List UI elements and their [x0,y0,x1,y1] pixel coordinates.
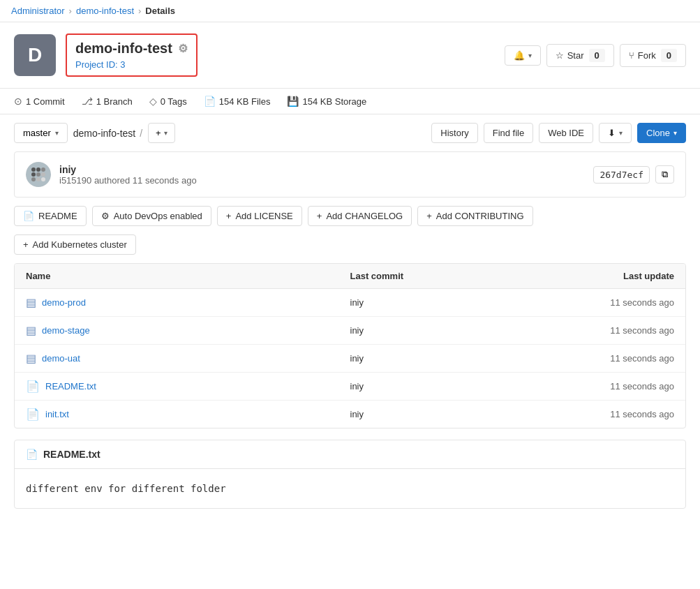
repo-path: demo-info-test [73,128,135,139]
notification-button[interactable]: 🔔 ▾ [505,45,541,66]
add-contributing-label: Add CONTRIBUTING [436,211,524,221]
download-button[interactable]: ⬇ ▾ [599,123,632,143]
commits-value: 1 Commit [26,96,65,107]
readme-content: different env for different folder [15,469,685,508]
stat-tags[interactable]: ◇ 0 Tags [149,96,187,107]
stats-bar: ⊙ 1 Commit ⎇ 1 Branch ◇ 0 Tags 📄 154 KB … [0,89,700,114]
breadcrumb-sep2: › [138,6,141,16]
files-value: 154 KB Files [219,96,271,107]
path-slash: / [140,128,142,139]
file-name-demo-prod[interactable]: ▤ demo-prod [26,296,350,309]
breadcrumb-current: Details [145,6,175,16]
branches-value: 1 Branch [96,96,133,107]
file-name-init[interactable]: 📄 init.txt [26,408,350,421]
table-row: 📄 init.txt iniy 11 seconds ago [15,401,685,428]
add-license-button[interactable]: + Add LICENSE [217,206,302,226]
svg-point-3 [31,172,36,177]
plus-icon: + [23,239,29,250]
commit-avatar [26,162,51,187]
fork-button[interactable]: ⑂ Fork 0 [620,44,686,67]
add-file-button[interactable]: + ▾ [148,123,175,143]
branch-name: master [23,128,51,138]
clone-button[interactable]: Clone ▾ [637,123,686,143]
folder-icon: ▤ [26,352,36,365]
file-commit-init: iniy [350,409,512,419]
star-count: 0 [589,49,605,62]
auto-devops-label: Auto DevOps enabled [114,211,202,221]
file-name-demo-stage[interactable]: ▤ demo-stage [26,324,350,337]
web-ide-button[interactable]: Web IDE [539,123,593,143]
tags-value: 0 Tags [161,96,187,107]
table-row: ▤ demo-prod iniy 11 seconds ago [15,289,685,317]
add-contributing-button[interactable]: + Add CONTRIBUTING [417,206,533,226]
auto-devops-button[interactable]: ⚙ Auto DevOps enabled [92,206,211,226]
stat-branches[interactable]: ⎇ 1 Branch [82,96,133,107]
file-time-init: 11 seconds ago [512,409,674,419]
svg-point-2 [41,167,45,172]
svg-point-6 [31,177,36,181]
branch-selector[interactable]: master ▾ [14,123,68,143]
find-file-button[interactable]: Find file [484,123,534,143]
table-row: ▤ demo-stage iniy 11 seconds ago [15,317,685,345]
breadcrumb-admin[interactable]: Administrator [11,6,65,16]
download-icon: ⬇ [608,128,616,138]
add-license-label: Add LICENSE [235,211,292,221]
tag-icon: ◇ [149,96,157,107]
clone-label: Clone [646,128,670,138]
stat-commits[interactable]: ⊙ 1 Commit [14,96,65,107]
kubernetes-label: Add Kubernetes cluster [33,239,127,250]
readme-label: README [38,211,77,221]
fork-icon: ⑂ [629,50,634,61]
chevron-down-icon: ▾ [528,52,532,59]
svg-point-5 [41,172,45,177]
table-row: ▤ demo-uat iniy 11 seconds ago [15,345,685,373]
add-kubernetes-button[interactable]: + Add Kubernetes cluster [14,234,136,255]
doc-icon: 📄 [26,380,40,393]
gear-icon: ⚙ [101,211,110,221]
project-id: Project ID: 3 [75,59,188,70]
commit-info: iniy i515190 authored 11 seconds ago 267… [14,151,686,197]
plus-icon: + [426,211,432,221]
file-commit-demo-uat: iniy [350,353,512,364]
star-button[interactable]: ☆ Star 0 [546,44,614,67]
file-name-demo-uat[interactable]: ▤ demo-uat [26,352,350,365]
project-name: demo-info-test [75,40,172,57]
files-icon: 📄 [204,96,216,107]
readme-section: 📄 README.txt different env for different… [14,440,686,509]
commit-author: iniy [59,164,197,175]
add-changelog-button[interactable]: + Add CHANGELOG [308,206,412,226]
doc-icon: 📄 [26,408,40,421]
file-time-demo-uat: 11 seconds ago [512,353,674,364]
project-header: D demo-info-test ⚙ Project ID: 3 🔔 ▾ ☆ S… [0,22,700,89]
col-last-update: Last update [512,271,674,281]
storage-icon: 💾 [287,96,299,107]
file-time-readme: 11 seconds ago [512,381,674,392]
readme-header: 📄 README.txt [15,440,685,469]
svg-point-0 [31,167,36,172]
fork-count: 0 [661,49,677,62]
chevron-down-icon: ▾ [619,129,623,137]
project-avatar: D [14,34,56,76]
file-time-demo-stage: 11 seconds ago [512,325,674,336]
folder-icon: ▤ [26,324,36,337]
commits-icon: ⊙ [14,96,22,107]
commit-hash: 267d7ecf [593,166,650,184]
breadcrumb-sep1: › [69,6,72,16]
svg-point-7 [36,177,40,181]
breadcrumb-repo[interactable]: demo-info-test [76,6,134,16]
svg-point-1 [36,167,40,172]
settings-icon[interactable]: ⚙ [178,42,188,55]
breadcrumb: Administrator › demo-info-test › Details [0,0,700,22]
svg-point-4 [36,172,40,177]
toolbar: master ▾ demo-info-test / + ▾ History Fi… [0,114,700,151]
copy-hash-button[interactable]: ⧉ [655,165,674,184]
file-name-readme[interactable]: 📄 README.txt [26,380,350,393]
folder-icon: ▤ [26,296,36,309]
star-label: Star [567,50,584,61]
col-last-commit: Last commit [350,271,512,281]
chevron-down-icon: ▾ [55,129,59,137]
readme-button[interactable]: 📄 README [14,206,87,226]
branch-icon: ⎇ [82,96,93,107]
history-button[interactable]: History [431,123,477,143]
readme-title: README.txt [43,449,100,460]
